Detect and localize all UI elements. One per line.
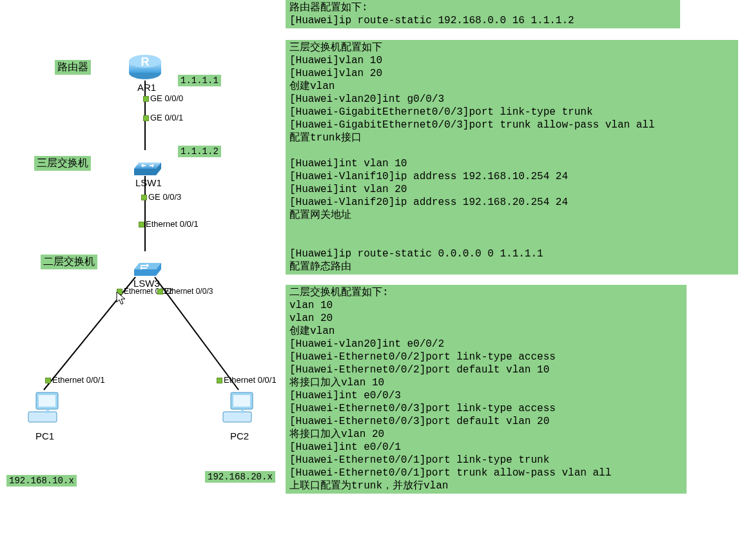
l2switch-icon: [129, 250, 161, 280]
svg-rect-20: [233, 395, 250, 407]
ip-pc2: 192.168.20.x: [205, 471, 275, 483]
svg-rect-21: [223, 412, 251, 422]
diagram-canvas: 路由器 三层交换机 二层交换机 1.1.1.1 1.1.1.2 192.168.…: [0, 0, 742, 560]
label-l3switch: 三层交换机: [34, 156, 91, 171]
l3switch-icon: [129, 150, 161, 179]
svg-rect-17: [28, 412, 57, 422]
label-router: 路由器: [55, 60, 91, 75]
port-lsw1-ge1: GE 0/0/1: [143, 113, 183, 122]
port-lsw3-e1: Ethernet 0/0/1: [139, 219, 199, 229]
ip-pc1: 192.168.10.x: [6, 475, 77, 487]
port-pc1-e1: Ethernet 0/0/1: [45, 375, 105, 385]
config-l3switch: 三层交换机配置如下 [Huawei]vlan 10 [Huawei]vlan 2…: [286, 40, 738, 275]
label-l2switch: 二层交换机: [41, 255, 97, 269]
svg-rect-16: [39, 395, 55, 407]
ip-ar1: 1.1.1.1: [178, 75, 221, 86]
cursor-icon: [116, 291, 128, 309]
pc2-icon: [219, 390, 258, 431]
device-pc2: PC2: [230, 430, 249, 441]
pc1-icon: [24, 390, 63, 431]
port-lsw3-e3: Ethernet 0/0/3: [157, 287, 213, 296]
svg-text:R: R: [141, 55, 150, 68]
port-lsw1-ge3: GE 0/0/3: [141, 192, 181, 202]
router-icon: R: [128, 48, 162, 83]
svg-rect-18: [46, 409, 49, 413]
svg-rect-22: [241, 409, 244, 413]
ip-lsw1: 1.1.1.2: [178, 146, 221, 157]
device-ar1: AR1: [137, 82, 156, 93]
port-ar1-ge0: GE 0/0/0: [143, 93, 183, 103]
port-pc2-e1: Ethernet 0/0/1: [217, 375, 277, 385]
device-lsw1: LSW1: [135, 177, 162, 188]
device-pc1: PC1: [35, 430, 54, 441]
svg-marker-9: [134, 169, 156, 175]
config-l2switch: 二层交换机配置如下: vlan 10 vlan 20 创建vlan [Huawe…: [286, 285, 687, 494]
config-router: 路由器配置如下: [Huawei]ip route-static 192.168…: [286, 0, 680, 28]
svg-marker-13: [134, 269, 156, 276]
